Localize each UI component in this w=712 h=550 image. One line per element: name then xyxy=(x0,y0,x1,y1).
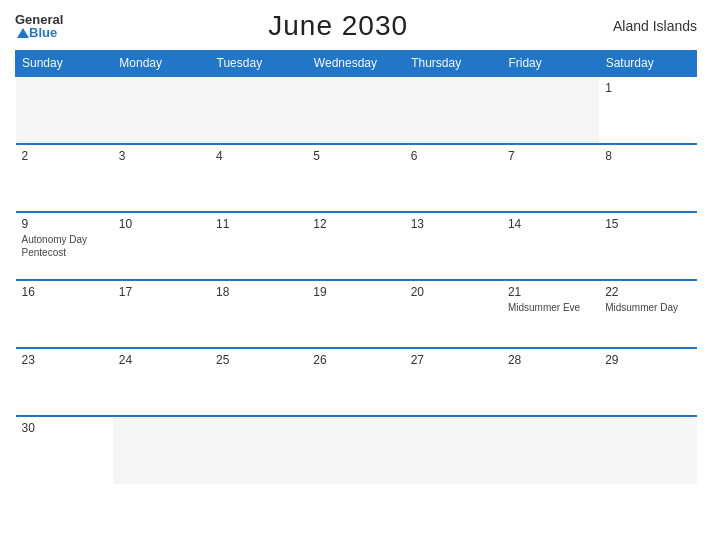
day-number: 19 xyxy=(313,285,398,299)
calendar-cell: 20 xyxy=(405,280,502,348)
day-number: 27 xyxy=(411,353,496,367)
calendar-week-row: 9Autonomy DayPentecost101112131415 xyxy=(16,212,697,280)
day-number: 5 xyxy=(313,149,398,163)
calendar-cell: 22Midsummer Day xyxy=(599,280,696,348)
calendar-cell: 12 xyxy=(307,212,404,280)
weekday-header-sunday: Sunday xyxy=(16,51,113,77)
logo-triangle-icon xyxy=(17,28,29,38)
weekday-header-thursday: Thursday xyxy=(405,51,502,77)
calendar-cell xyxy=(405,76,502,144)
calendar-cell: 9Autonomy DayPentecost xyxy=(16,212,113,280)
day-number: 13 xyxy=(411,217,496,231)
calendar-cell: 19 xyxy=(307,280,404,348)
logo: General Blue xyxy=(15,13,63,39)
calendar-cell xyxy=(113,416,210,484)
calendar-week-row: 161718192021Midsummer Eve22Midsummer Day xyxy=(16,280,697,348)
calendar-cell: 15 xyxy=(599,212,696,280)
calendar-cell: 17 xyxy=(113,280,210,348)
day-number: 11 xyxy=(216,217,301,231)
weekday-header-saturday: Saturday xyxy=(599,51,696,77)
calendar-cell: 7 xyxy=(502,144,599,212)
calendar-cell xyxy=(16,76,113,144)
calendar-cell: 3 xyxy=(113,144,210,212)
day-number: 29 xyxy=(605,353,690,367)
calendar-cell: 27 xyxy=(405,348,502,416)
day-number: 7 xyxy=(508,149,593,163)
calendar-cell: 13 xyxy=(405,212,502,280)
calendar-cell: 23 xyxy=(16,348,113,416)
calendar-cell: 10 xyxy=(113,212,210,280)
calendar-page: General Blue June 2030 Aland Islands Sun… xyxy=(0,0,712,550)
event-text: Midsummer Day xyxy=(605,301,690,314)
day-number: 14 xyxy=(508,217,593,231)
day-number: 8 xyxy=(605,149,690,163)
day-number: 18 xyxy=(216,285,301,299)
calendar-cell xyxy=(307,416,404,484)
calendar-cell: 6 xyxy=(405,144,502,212)
calendar-week-row: 30 xyxy=(16,416,697,484)
logo-blue-text: Blue xyxy=(29,26,57,39)
calendar-cell: 30 xyxy=(16,416,113,484)
day-number: 10 xyxy=(119,217,204,231)
calendar-cell: 5 xyxy=(307,144,404,212)
calendar-cell xyxy=(599,416,696,484)
calendar-header: General Blue June 2030 Aland Islands xyxy=(15,10,697,42)
calendar-week-row: 23242526272829 xyxy=(16,348,697,416)
day-number: 2 xyxy=(22,149,107,163)
calendar-cell: 29 xyxy=(599,348,696,416)
calendar-table: SundayMondayTuesdayWednesdayThursdayFrid… xyxy=(15,50,697,484)
region-name: Aland Islands xyxy=(613,18,697,34)
event-text: Midsummer Eve xyxy=(508,301,593,314)
calendar-cell xyxy=(113,76,210,144)
calendar-cell: 14 xyxy=(502,212,599,280)
calendar-cell: 28 xyxy=(502,348,599,416)
calendar-cell: 4 xyxy=(210,144,307,212)
day-number: 17 xyxy=(119,285,204,299)
day-number: 26 xyxy=(313,353,398,367)
weekday-header-friday: Friday xyxy=(502,51,599,77)
calendar-cell xyxy=(502,76,599,144)
calendar-header-row: SundayMondayTuesdayWednesdayThursdayFrid… xyxy=(16,51,697,77)
calendar-cell xyxy=(405,416,502,484)
day-number: 23 xyxy=(22,353,107,367)
calendar-cell: 26 xyxy=(307,348,404,416)
calendar-week-row: 2345678 xyxy=(16,144,697,212)
weekday-header-tuesday: Tuesday xyxy=(210,51,307,77)
day-number: 21 xyxy=(508,285,593,299)
calendar-cell xyxy=(502,416,599,484)
day-number: 9 xyxy=(22,217,107,231)
day-number: 3 xyxy=(119,149,204,163)
day-number: 30 xyxy=(22,421,107,435)
day-number: 12 xyxy=(313,217,398,231)
calendar-cell xyxy=(210,416,307,484)
day-number: 6 xyxy=(411,149,496,163)
calendar-cell xyxy=(210,76,307,144)
day-number: 22 xyxy=(605,285,690,299)
calendar-cell: 8 xyxy=(599,144,696,212)
day-number: 15 xyxy=(605,217,690,231)
day-number: 25 xyxy=(216,353,301,367)
weekday-header-wednesday: Wednesday xyxy=(307,51,404,77)
calendar-cell: 25 xyxy=(210,348,307,416)
day-number: 20 xyxy=(411,285,496,299)
calendar-cell: 1 xyxy=(599,76,696,144)
calendar-cell: 18 xyxy=(210,280,307,348)
event-text: Autonomy Day xyxy=(22,233,107,246)
calendar-cell xyxy=(307,76,404,144)
calendar-week-row: 1 xyxy=(16,76,697,144)
weekday-header-monday: Monday xyxy=(113,51,210,77)
day-number: 16 xyxy=(22,285,107,299)
day-number: 24 xyxy=(119,353,204,367)
event-text: Pentecost xyxy=(22,246,107,259)
calendar-cell: 2 xyxy=(16,144,113,212)
day-number: 4 xyxy=(216,149,301,163)
calendar-cell: 24 xyxy=(113,348,210,416)
calendar-body: 123456789Autonomy DayPentecost1011121314… xyxy=(16,76,697,484)
calendar-cell: 21Midsummer Eve xyxy=(502,280,599,348)
day-number: 1 xyxy=(605,81,690,95)
calendar-cell: 11 xyxy=(210,212,307,280)
day-number: 28 xyxy=(508,353,593,367)
calendar-cell: 16 xyxy=(16,280,113,348)
calendar-title: June 2030 xyxy=(268,10,408,42)
